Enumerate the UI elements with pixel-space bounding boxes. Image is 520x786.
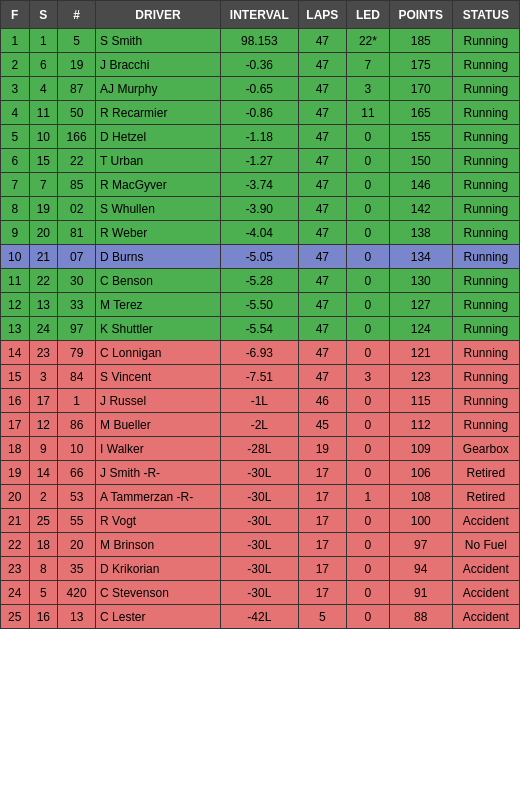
table-row: 510166D Hetzel-1.18470155Running — [1, 125, 520, 149]
cell-status: Running — [452, 293, 519, 317]
race-results-table: FS#DRIVERINTERVALLAPSLEDPOINTSSTATUS 115… — [0, 0, 520, 629]
cell-led: 1 — [347, 485, 390, 509]
cell-points: 134 — [389, 245, 452, 269]
cell-laps: 17 — [298, 533, 346, 557]
cell-laps: 47 — [298, 269, 346, 293]
cell-points: 165 — [389, 101, 452, 125]
cell-f: 11 — [1, 269, 30, 293]
col-header-f: F — [1, 1, 30, 29]
cell-status: Running — [452, 29, 519, 53]
cell-status: Running — [452, 125, 519, 149]
cell-s: 22 — [29, 269, 58, 293]
cell-interval: -5.05 — [220, 245, 298, 269]
cell-num: 1 — [58, 389, 96, 413]
cell-led: 0 — [347, 509, 390, 533]
cell-num: 53 — [58, 485, 96, 509]
cell-laps: 47 — [298, 77, 346, 101]
cell-s: 2 — [29, 485, 58, 509]
cell-f: 9 — [1, 221, 30, 245]
cell-laps: 47 — [298, 341, 346, 365]
table-row: 121333M Terez-5.50470127Running — [1, 293, 520, 317]
cell-laps: 45 — [298, 413, 346, 437]
cell-led: 0 — [347, 413, 390, 437]
cell-num: 50 — [58, 101, 96, 125]
cell-num: 35 — [58, 557, 96, 581]
cell-led: 0 — [347, 125, 390, 149]
cell-status: Gearbox — [452, 437, 519, 461]
cell-led: 0 — [347, 149, 390, 173]
cell-s: 24 — [29, 317, 58, 341]
cell-points: 124 — [389, 317, 452, 341]
cell-laps: 47 — [298, 293, 346, 317]
cell-f: 14 — [1, 341, 30, 365]
cell-driver: J Smith -R- — [96, 461, 221, 485]
cell-driver: M Bueller — [96, 413, 221, 437]
cell-status: No Fuel — [452, 533, 519, 557]
table-row: 112230C Benson-5.28470130Running — [1, 269, 520, 293]
cell-points: 175 — [389, 53, 452, 77]
cell-f: 17 — [1, 413, 30, 437]
cell-s: 7 — [29, 173, 58, 197]
cell-num: 86 — [58, 413, 96, 437]
cell-driver: M Brinson — [96, 533, 221, 557]
table-row: 251613C Lester-42L5088Accident — [1, 605, 520, 629]
cell-laps: 47 — [298, 197, 346, 221]
cell-f: 12 — [1, 293, 30, 317]
cell-status: Running — [452, 269, 519, 293]
cell-status: Running — [452, 53, 519, 77]
cell-laps: 17 — [298, 485, 346, 509]
cell-driver: D Burns — [96, 245, 221, 269]
cell-laps: 47 — [298, 221, 346, 245]
cell-interval: -5.54 — [220, 317, 298, 341]
cell-interval: -3.90 — [220, 197, 298, 221]
cell-points: 88 — [389, 605, 452, 629]
col-header-interval: INTERVAL — [220, 1, 298, 29]
cell-points: 121 — [389, 341, 452, 365]
cell-f: 18 — [1, 437, 30, 461]
cell-status: Running — [452, 245, 519, 269]
cell-laps: 47 — [298, 29, 346, 53]
cell-interval: 98.153 — [220, 29, 298, 53]
table-row: 18910I Walker-28L190109Gearbox — [1, 437, 520, 461]
col-header-s: S — [29, 1, 58, 29]
cell-led: 0 — [347, 581, 390, 605]
col-header-status: STATUS — [452, 1, 519, 29]
cell-status: Running — [452, 197, 519, 221]
cell-driver: C Benson — [96, 269, 221, 293]
cell-driver: T Urban — [96, 149, 221, 173]
table-row: 3487AJ Murphy-0.65473170Running — [1, 77, 520, 101]
cell-s: 21 — [29, 245, 58, 269]
table-row: 132497K Shuttler-5.54470124Running — [1, 317, 520, 341]
cell-num: 84 — [58, 365, 96, 389]
cell-interval: -28L — [220, 437, 298, 461]
cell-status: Accident — [452, 581, 519, 605]
cell-num: 02 — [58, 197, 96, 221]
cell-driver: S Vincent — [96, 365, 221, 389]
cell-led: 0 — [347, 173, 390, 197]
cell-driver: C Stevenson — [96, 581, 221, 605]
table-row: 61522T Urban-1.27470150Running — [1, 149, 520, 173]
cell-laps: 47 — [298, 365, 346, 389]
cell-interval: -0.86 — [220, 101, 298, 125]
cell-num: 20 — [58, 533, 96, 557]
cell-num: 166 — [58, 125, 96, 149]
cell-points: 109 — [389, 437, 452, 461]
cell-s: 16 — [29, 605, 58, 629]
cell-interval: -1L — [220, 389, 298, 413]
cell-num: 30 — [58, 269, 96, 293]
table-row: 212555R Vogt-30L170100Accident — [1, 509, 520, 533]
cell-laps: 19 — [298, 437, 346, 461]
cell-interval: -2L — [220, 413, 298, 437]
cell-driver: K Shuttler — [96, 317, 221, 341]
cell-led: 22* — [347, 29, 390, 53]
cell-f: 10 — [1, 245, 30, 269]
cell-f: 3 — [1, 77, 30, 101]
table-row: 171286M Bueller-2L450112Running — [1, 413, 520, 437]
cell-led: 0 — [347, 245, 390, 269]
cell-driver: D Krikorian — [96, 557, 221, 581]
cell-led: 0 — [347, 317, 390, 341]
cell-f: 25 — [1, 605, 30, 629]
cell-points: 170 — [389, 77, 452, 101]
cell-driver: R Vogt — [96, 509, 221, 533]
cell-driver: C Lester — [96, 605, 221, 629]
